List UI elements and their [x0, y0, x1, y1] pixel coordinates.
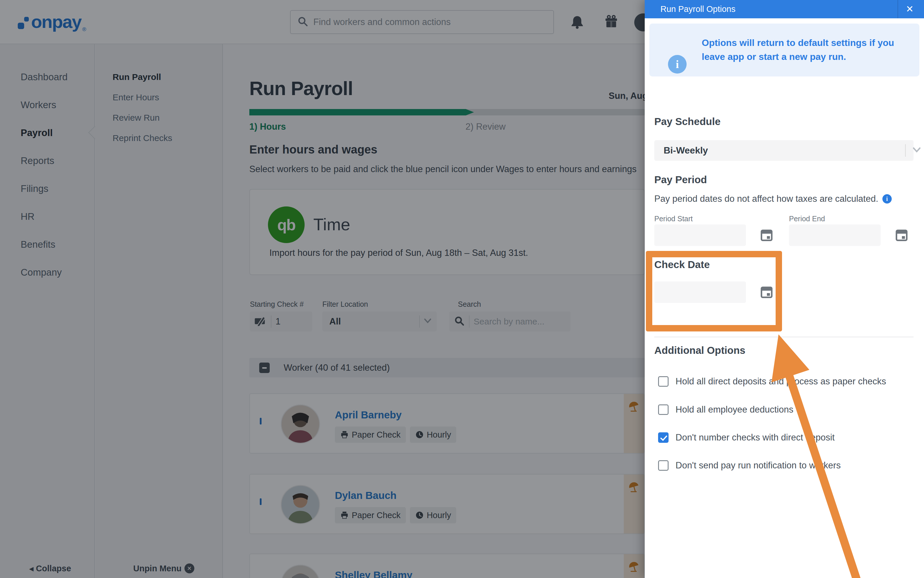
- pay-period-label: Pay Period: [654, 174, 707, 185]
- option-label[interactable]: Don't number checks with direct deposit: [675, 432, 835, 443]
- period-start-label: Period Start: [654, 214, 693, 223]
- panel-info-text: Options will return to default settings …: [702, 36, 917, 64]
- option-dont-send-notification: Don't send pay run notification to worke…: [658, 460, 841, 471]
- panel-header: Run Payroll Options: [645, 0, 924, 18]
- calendar-icon[interactable]: [759, 227, 774, 242]
- modal-backdrop[interactable]: [0, 0, 645, 578]
- option-label[interactable]: Hold all direct deposits and process as …: [675, 376, 886, 387]
- calendar-icon[interactable]: [894, 227, 909, 242]
- info-icon: [668, 55, 686, 73]
- option-checkbox[interactable]: [658, 404, 669, 415]
- info-icon[interactable]: [882, 194, 892, 203]
- check-date-input[interactable]: [654, 281, 746, 303]
- panel-info-banner: Options will return to default settings …: [649, 24, 919, 76]
- header-divider: [898, 0, 898, 18]
- pay-period-note-text: Pay period dates do not affect how taxes…: [654, 194, 878, 204]
- pay-period-note: Pay period dates do not affect how taxes…: [654, 194, 892, 204]
- period-end-label: Period End: [789, 214, 825, 223]
- pay-schedule-label: Pay Schedule: [654, 116, 721, 127]
- option-dont-number-checks: Don't number checks with direct deposit: [658, 432, 835, 443]
- option-checkbox[interactable]: [658, 432, 669, 443]
- onpay-app: onpay ® Dashboard Workers Payroll Report…: [0, 0, 924, 578]
- chevron-down-icon: [912, 146, 921, 154]
- option-checkbox[interactable]: [658, 376, 669, 387]
- calendar-icon[interactable]: [759, 284, 774, 299]
- check-date-label: Check Date: [654, 259, 710, 270]
- run-payroll-options-panel: Run Payroll Options Options will return …: [645, 0, 924, 578]
- option-checkbox[interactable]: [658, 460, 669, 471]
- pay-schedule-select[interactable]: Bi-Weekly: [654, 140, 914, 161]
- close-icon[interactable]: [903, 2, 916, 16]
- panel-title: Run Payroll Options: [660, 4, 735, 14]
- pay-schedule-value: Bi-Weekly: [664, 145, 708, 156]
- period-end-input[interactable]: [789, 224, 881, 246]
- additional-options-label: Additional Options: [654, 344, 745, 356]
- option-label[interactable]: Hold all employee deductions: [675, 404, 793, 415]
- section-divider: [654, 337, 914, 337]
- option-hold-deductions: Hold all employee deductions: [658, 404, 793, 415]
- option-hold-direct-deposits: Hold all direct deposits and process as …: [658, 376, 886, 387]
- period-start-input[interactable]: [654, 224, 746, 246]
- select-divider: [905, 144, 906, 157]
- option-label[interactable]: Don't send pay run notification to worke…: [675, 460, 841, 471]
